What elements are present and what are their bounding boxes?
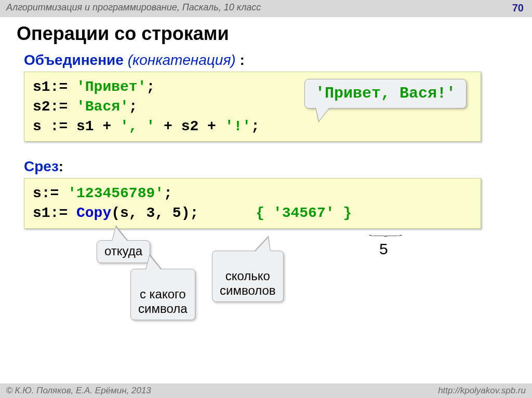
slide-content: Объединение (конкатенация) : s1:= 'Приве… <box>0 52 532 313</box>
brace-count: 5 <box>379 240 388 258</box>
code-text: ; <box>129 99 138 115</box>
code-comment: { '34567' } <box>256 205 352 221</box>
code-literal: '!' <box>225 118 251 134</box>
code-text: s:= <box>33 185 68 201</box>
callout-count: сколько символов <box>212 251 284 302</box>
section2-label-text: Срез <box>24 158 59 174</box>
callout-count-text: сколько символов <box>220 269 276 297</box>
code-text: (s, 3, 5); <box>111 205 198 221</box>
code-text: + s2 + <box>155 118 224 134</box>
section1-label-italic: (конкатенация) <box>124 52 240 68</box>
section1-label-bold: Объединение <box>24 52 124 68</box>
code-text: s := s1 + <box>33 118 120 134</box>
header-bar: Алгоритмизация и программирование, Паска… <box>0 0 532 18</box>
code-text: ; <box>251 118 260 134</box>
curly-brace-icon: ⏟ <box>369 228 403 237</box>
section2-colon: : <box>59 158 63 174</box>
section1-colon: : <box>240 52 244 68</box>
callout-fromchar: с какого символа <box>130 269 195 320</box>
section2-label: Срез: <box>24 158 513 175</box>
callout-fromchar-text: с какого символа <box>138 287 188 315</box>
footer-left: ©К.Ю. Поляков, Е.А. Ерёмин, 2013 <box>6 386 151 396</box>
copyright-icon: © <box>6 386 13 395</box>
code-literal: 'Привет' <box>76 79 146 95</box>
code-literal: 'Вася' <box>76 99 129 115</box>
page-title: Операции со строками <box>17 23 532 45</box>
callout-from-text: откуда <box>104 244 142 258</box>
code-text: s1:= <box>33 205 76 221</box>
callout-from: откуда <box>97 240 150 263</box>
footer-link[interactable]: http://kpolyakov.spb.ru <box>438 386 526 396</box>
callout-result: 'Привет, Вася!' <box>304 79 467 108</box>
code-keyword: Copy <box>76 205 111 221</box>
section1-label: Объединение (конкатенация) : <box>24 52 513 68</box>
callout-result-text: 'Привет, Вася!' <box>315 85 456 102</box>
code-text: ; <box>146 79 155 95</box>
breadcrumb: Алгоритмизация и программирование, Паска… <box>6 2 261 14</box>
page-number: 70 <box>512 2 526 14</box>
code-literal: '123456789' <box>68 185 164 201</box>
code-text: s2:= <box>33 99 76 115</box>
code-block-copy: s:= '123456789'; s1:= Copy(s, 3, 5);{ '3… <box>24 178 481 229</box>
footer-left-text: К.Ю. Поляков, Е.А. Ерёмин, 2013 <box>15 386 151 395</box>
code-text: s1:= <box>33 79 76 95</box>
footer-bar: ©К.Ю. Поляков, Е.А. Ерёмин, 2013 http://… <box>0 383 532 398</box>
code-literal: ', ' <box>120 118 155 134</box>
code-text: ; <box>164 185 172 201</box>
